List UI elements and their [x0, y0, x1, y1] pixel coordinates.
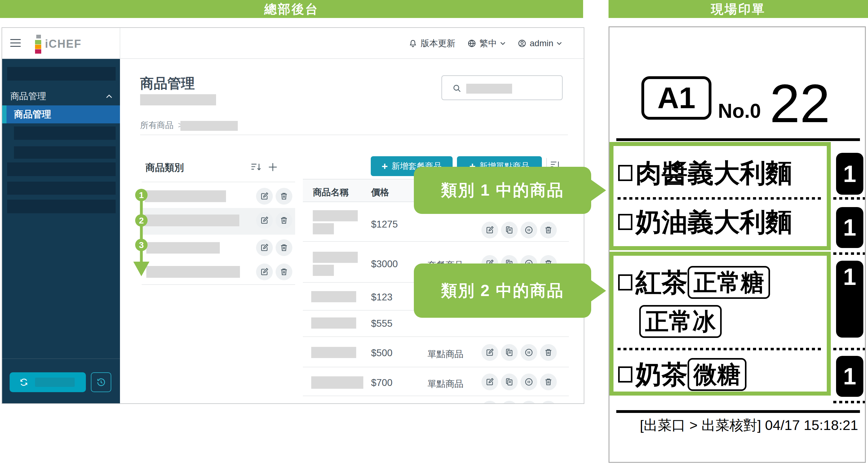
- receipt-item: 肉醬義大利麵: [618, 158, 792, 188]
- edit-product-button[interactable]: [482, 344, 498, 361]
- edit-category-button[interactable]: [256, 239, 273, 256]
- product-price: $555: [371, 318, 393, 329]
- copy-product-button[interactable]: [501, 374, 518, 390]
- edit-icon: [485, 377, 494, 386]
- hamburger-menu-icon[interactable]: [10, 39, 21, 48]
- product-name-placeholder: [311, 317, 356, 329]
- receipt-item: 奶茶 微糖: [618, 355, 746, 393]
- language-selector[interactable]: 繁中: [467, 37, 506, 49]
- delete-category-button[interactable]: [276, 188, 292, 205]
- sidebar-active-item-label: 商品管理: [14, 108, 51, 121]
- copy-icon: [505, 377, 514, 386]
- order-number: 22: [770, 76, 830, 130]
- quantity-value: 1: [843, 265, 856, 289]
- checkbox-icon[interactable]: [618, 214, 632, 230]
- plus-icon: +: [382, 161, 388, 172]
- bell-icon: [408, 39, 417, 48]
- receipt-rule-top: [616, 138, 860, 141]
- order-number-prefix: No.0: [718, 99, 761, 122]
- edit-category-button[interactable]: [256, 212, 273, 229]
- product-price: $500: [371, 347, 393, 359]
- quantity-separator: [833, 252, 865, 255]
- ichef-logo-icon: [35, 35, 41, 54]
- pause-product-button[interactable]: [521, 374, 537, 390]
- pause-icon: [524, 348, 533, 357]
- checkbox-icon[interactable]: [618, 165, 632, 181]
- sidebar-placeholder-item[interactable]: [14, 146, 116, 159]
- quantity-separator: [833, 348, 865, 350]
- receipt-item: 紅茶 正常糖: [618, 264, 770, 301]
- sidebar-placeholder-item[interactable]: [7, 199, 116, 213]
- version-update-button[interactable]: 版本更新: [408, 37, 455, 49]
- column-price: 價格: [371, 186, 389, 199]
- receipt-item-name: 肉醬義大利麵: [636, 160, 792, 186]
- callout-category1: 類別 1 中的商品: [414, 167, 591, 214]
- checkbox-icon[interactable]: [618, 366, 632, 382]
- quantity-separator: [833, 401, 865, 403]
- copy-product-button[interactable]: [501, 222, 518, 238]
- category-name-placeholder: [145, 215, 239, 226]
- product-row-actions: [482, 344, 557, 361]
- user-label: admin: [530, 38, 553, 49]
- pause-product-button[interactable]: [521, 344, 537, 361]
- breadcrumb-placeholder: [180, 121, 238, 131]
- delete-category-button[interactable]: [276, 239, 292, 256]
- trash-icon: [279, 243, 289, 252]
- product-name-placeholder: [313, 210, 358, 221]
- sidebar-placeholder-item[interactable]: [14, 126, 116, 140]
- delete-product-button[interactable]: [540, 374, 557, 390]
- sidebar-section-products[interactable]: 商品管理: [2, 87, 120, 105]
- delete-product-button[interactable]: [540, 401, 557, 404]
- edit-category-button[interactable]: [256, 188, 273, 205]
- edit-category-button[interactable]: [256, 264, 273, 280]
- edit-icon: [260, 267, 269, 277]
- delete-category-button[interactable]: [276, 264, 292, 280]
- edit-product-button[interactable]: [482, 374, 498, 390]
- product-row-actions-partial: [482, 401, 557, 404]
- trash-icon: [544, 225, 553, 235]
- sidebar-item-product-management-active[interactable]: 商品管理: [2, 105, 120, 123]
- edit-product-button[interactable]: [482, 222, 498, 238]
- search-input[interactable]: [441, 75, 563, 100]
- copy-product-button[interactable]: [501, 344, 518, 361]
- edit-product-button[interactable]: [482, 401, 498, 404]
- add-category-icon[interactable]: [268, 162, 278, 173]
- sort-order-icon[interactable]: [250, 162, 262, 173]
- receipt-item-tag: 正常冰: [639, 305, 722, 338]
- trash-icon: [544, 377, 553, 386]
- copy-icon: [505, 348, 514, 357]
- active-item-accent: [2, 105, 6, 123]
- history-button[interactable]: [91, 372, 111, 392]
- checkbox-icon[interactable]: [618, 274, 632, 290]
- pause-product-button[interactable]: [521, 401, 537, 404]
- app-header: iCHEF 版本更新 繁中 admin: [2, 28, 584, 59]
- sidebar: 商品管理 商品管理: [2, 59, 120, 404]
- edit-icon: [260, 192, 269, 201]
- sync-icon: [19, 377, 29, 387]
- sync-button-label-placeholder: [35, 378, 75, 387]
- search-icon: [452, 83, 462, 93]
- sidebar-section-label: 商品管理: [10, 90, 46, 103]
- right-panel-title: 現場印單: [711, 1, 766, 18]
- left-panel-title-bar: 總部後台: [0, 0, 583, 18]
- delete-category-button[interactable]: [276, 212, 292, 229]
- quantity-badge: 1: [836, 356, 863, 397]
- quantity-value: 1: [843, 365, 856, 388]
- user-menu[interactable]: admin: [517, 38, 562, 49]
- copy-product-button[interactable]: [501, 401, 518, 404]
- sync-button[interactable]: [10, 372, 86, 392]
- delete-product-button[interactable]: [540, 344, 557, 361]
- product-name-placeholder: [313, 252, 358, 263]
- pause-product-button[interactable]: [521, 222, 537, 238]
- breadcrumb-root[interactable]: 所有商品: [140, 120, 174, 131]
- quantity-value: 1: [843, 216, 856, 239]
- sidebar-placeholder-item[interactable]: [7, 67, 116, 81]
- sidebar-placeholder-item[interactable]: [7, 162, 116, 176]
- delete-product-button[interactable]: [540, 222, 557, 238]
- admin-window: iCHEF 版本更新 繁中 admin: [2, 27, 584, 404]
- sidebar-placeholder-item[interactable]: [7, 182, 116, 195]
- category-bottom-divider: [142, 284, 295, 285]
- sidebar-footer-divider: [2, 359, 120, 359]
- product-name-placeholder: [311, 347, 356, 358]
- receipt-item-name: 紅茶: [636, 269, 688, 296]
